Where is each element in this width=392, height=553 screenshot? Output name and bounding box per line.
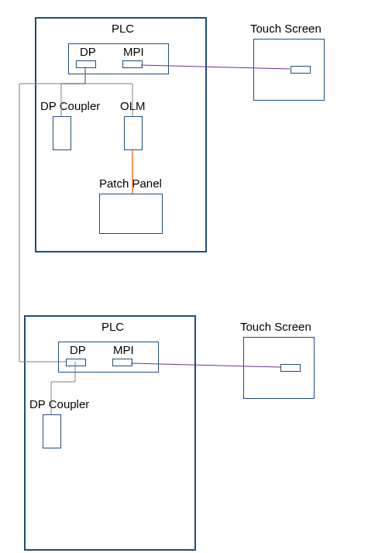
dp-coupler-box-bottom	[43, 414, 61, 448]
olm-box	[124, 116, 143, 150]
dp-label-top: DP	[80, 45, 96, 58]
mpi-label-top: MPI	[123, 45, 144, 58]
dp-coupler-box-top	[53, 116, 71, 150]
dp-port-bottom	[66, 359, 86, 366]
dp-label-bottom: DP	[70, 343, 86, 356]
touchscreen-box-top	[253, 39, 325, 101]
touchscreen-port-bottom	[280, 364, 301, 372]
patch-panel-label: Patch Panel	[99, 177, 162, 190]
dp-port-top	[76, 60, 96, 68]
mpi-port-bottom	[112, 359, 132, 366]
touchscreen-label-top: Touch Screen	[250, 22, 322, 35]
dp-coupler-label-bottom: DP Coupler	[29, 397, 89, 410]
touchscreen-label-bottom: Touch Screen	[240, 320, 311, 333]
mpi-label-bottom: MPI	[113, 343, 134, 356]
plc-label-top: PLC	[112, 22, 134, 35]
olm-label: OLM	[120, 99, 146, 112]
dp-coupler-label-top: DP Coupler	[40, 99, 100, 112]
plc-label-bottom: PLC	[101, 320, 124, 333]
mpi-port-top	[122, 60, 143, 68]
touchscreen-port-top	[291, 66, 311, 74]
touchscreen-box-bottom	[243, 337, 315, 399]
patch-panel-box	[99, 194, 163, 234]
